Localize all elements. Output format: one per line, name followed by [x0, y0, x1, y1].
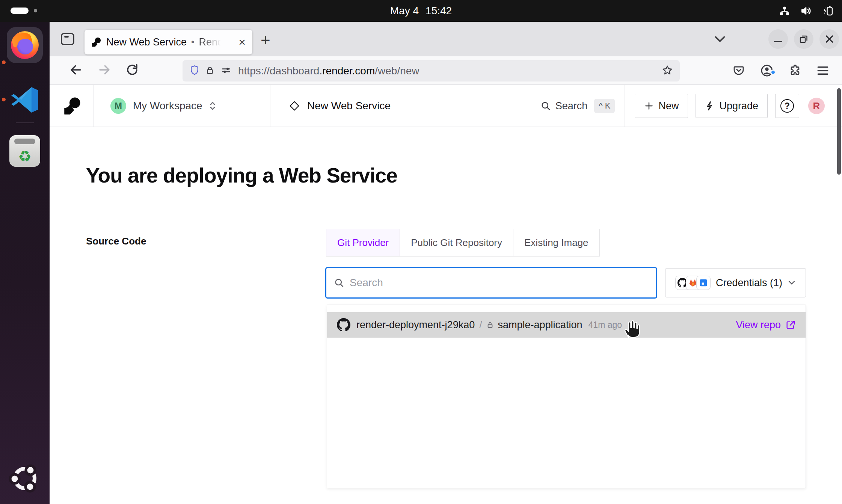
window-close-button[interactable] [819, 29, 839, 49]
browser-tab[interactable]: New Web Service • Rend × [85, 30, 252, 54]
plus-icon [644, 101, 654, 111]
workspace-avatar: M [110, 98, 126, 114]
upgrade-button[interactable]: Upgrade [696, 94, 768, 118]
dock-divider [16, 122, 34, 123]
tab-git-provider[interactable]: Git Provider [326, 229, 400, 257]
clock-time: 15:42 [426, 5, 452, 17]
credentials-dropdown[interactable]: Credentials (1) [665, 268, 806, 297]
system-tray[interactable] [779, 0, 834, 22]
url-text[interactable]: https://dashboard.render.com/web/new [238, 65, 419, 77]
back-button[interactable] [69, 63, 83, 78]
url-bar[interactable]: https://dashboard.render.com/web/new [183, 60, 680, 81]
reload-button[interactable] [125, 63, 139, 78]
firefox-icon [11, 31, 39, 59]
page-title: New Web Service [307, 100, 391, 112]
vscode-icon [10, 85, 40, 115]
tab-title-separator: • [191, 37, 194, 47]
volume-icon[interactable] [800, 5, 812, 17]
desktop: May 4 15:42 [0, 0, 842, 504]
repo-separator: / [479, 319, 482, 331]
firefox-view-icon [61, 33, 74, 45]
deploy-page: You are deploying a Web Service Source C… [50, 127, 842, 504]
dock-trash-button[interactable]: ♻ [7, 133, 43, 169]
list-all-tabs-button[interactable] [714, 35, 726, 45]
diamond-icon [289, 101, 300, 111]
mouse-cursor [622, 318, 641, 341]
global-search-button[interactable]: Search ^ K [540, 99, 615, 113]
github-icon [337, 318, 350, 332]
header-divider [625, 85, 625, 127]
render-favicon [91, 37, 101, 47]
search-icon [540, 101, 551, 111]
page-heading: You are deploying a Web Service [86, 163, 397, 187]
repo-row[interactable]: render-deployment-j29ka0 / sample-applic… [327, 312, 806, 338]
url-scheme-subdomain: https://dashboard. [238, 65, 322, 77]
activities-pill [11, 8, 29, 14]
new-button-label: New [658, 100, 679, 112]
chevron-down-icon [788, 280, 796, 286]
firefox-running-dot [2, 60, 6, 64]
tab-existing-image[interactable]: Existing Image [513, 229, 600, 257]
credentials-label: Credentials (1) [716, 277, 782, 289]
extensions-puzzle-icon[interactable] [789, 64, 801, 78]
navigation-toolbar: https://dashboard.render.com/web/new [50, 56, 842, 85]
tab-title-suffix: Rend [199, 36, 222, 48]
view-repo-link[interactable]: View repo [736, 319, 796, 331]
trash-lid [14, 139, 35, 144]
system-clock[interactable]: May 4 15:42 [390, 5, 452, 17]
vscode-running-dot [2, 98, 6, 101]
header-actions: Search ^ K New Upgrade ? R [540, 85, 842, 127]
close-icon [825, 35, 834, 44]
tab-close-button[interactable]: × [238, 36, 246, 48]
hamburger-menu-icon[interactable] [816, 65, 829, 78]
forward-button[interactable] [98, 63, 111, 78]
lock-icon[interactable] [205, 65, 215, 77]
dock-show-apps-button[interactable] [9, 463, 41, 496]
dock: ♻ [0, 22, 50, 504]
permissions-sliders-icon[interactable] [221, 65, 231, 77]
private-lock-icon [486, 321, 494, 329]
new-button[interactable]: New [635, 94, 688, 118]
render-logo-button[interactable] [50, 85, 94, 127]
battery-icon[interactable] [822, 5, 834, 17]
search-icon [334, 278, 344, 288]
render-logo-icon [63, 97, 81, 115]
account-notification-dot [770, 69, 776, 75]
source-tabs: Git Provider Public Git Repository Exist… [326, 229, 600, 257]
window-restore-button[interactable] [794, 29, 813, 49]
lightning-icon [705, 101, 715, 111]
bitbucket-icon [696, 276, 711, 290]
network-icon[interactable] [779, 5, 790, 17]
repo-search-input[interactable] [350, 277, 649, 289]
search-label: Search [555, 100, 588, 112]
view-repo-label: View repo [736, 319, 781, 331]
firefox-window: New Web Service • Rend × + [50, 22, 842, 504]
window-minimize-button[interactable] [768, 29, 788, 49]
dock-firefox-button[interactable] [7, 27, 43, 63]
render-app-header: M My Workspace New Web Service Search ^ … [50, 85, 842, 127]
scrollbar-thumb[interactable] [837, 88, 841, 175]
repo-search-box[interactable] [325, 267, 657, 299]
recycle-icon: ♻ [18, 149, 32, 164]
system-top-bar: May 4 15:42 [0, 0, 842, 22]
help-button[interactable]: ? [775, 94, 799, 118]
dock-vscode-button[interactable] [7, 82, 43, 118]
restore-icon [799, 35, 808, 44]
tab-public-git-repository[interactable]: Public Git Repository [400, 229, 513, 257]
tab-bar: New Web Service • Rend × + [50, 22, 842, 56]
repo-list-panel: render-deployment-j29ka0 / sample-applic… [327, 305, 806, 488]
repo-owner: render-deployment-j29ka0 [356, 319, 475, 331]
clock-date: May 4 [390, 5, 419, 17]
firefox-view-button[interactable] [59, 32, 76, 47]
tracking-protection-shield-icon[interactable] [189, 65, 200, 77]
url-domain: render.com [322, 65, 375, 77]
new-tab-button[interactable]: + [261, 31, 270, 50]
search-shortcut-chip: ^ K [594, 99, 615, 113]
bookmark-star-icon[interactable] [662, 65, 673, 77]
minimize-icon [774, 41, 782, 42]
user-avatar[interactable]: R [808, 98, 825, 114]
pocket-icon[interactable] [732, 65, 745, 78]
activities-indicator[interactable] [11, 8, 37, 14]
account-button[interactable] [760, 72, 774, 78]
workspace-selector[interactable]: M My Workspace [94, 85, 270, 127]
